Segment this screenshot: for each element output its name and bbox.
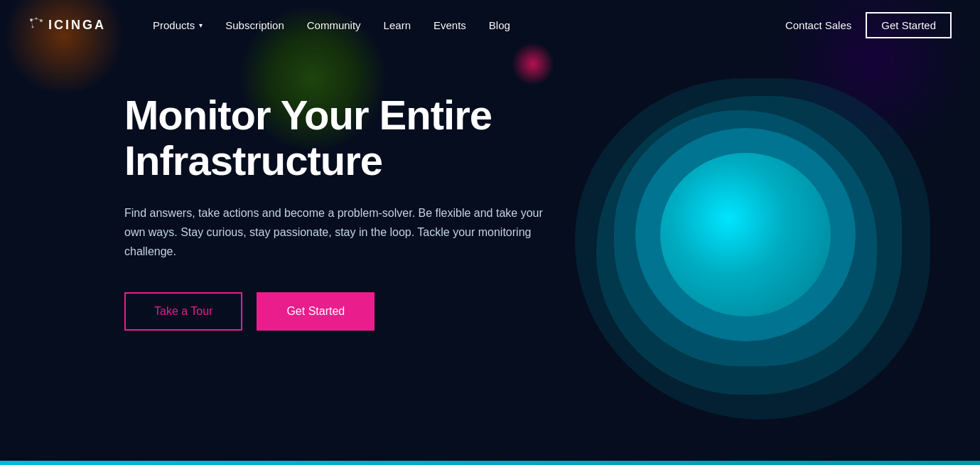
chevron-down-icon: ▾ bbox=[199, 21, 203, 29]
nav-item-community[interactable]: Community bbox=[296, 14, 372, 37]
nav-link-subscription[interactable]: Subscription bbox=[214, 14, 296, 37]
nav-item-blog[interactable]: Blog bbox=[478, 14, 522, 37]
nav-link-community[interactable]: Community bbox=[296, 14, 372, 37]
circle-layer-1 bbox=[575, 78, 930, 419]
nav-links: Products ▾ Subscription Community Learn … bbox=[141, 14, 785, 37]
hero-buttons: Take a Tour Get Started bbox=[124, 292, 569, 331]
circle-layer-4 bbox=[635, 128, 856, 341]
take-a-tour-button[interactable]: Take a Tour bbox=[124, 292, 242, 331]
nav-item-products[interactable]: Products ▾ bbox=[141, 14, 214, 37]
get-started-nav-button[interactable]: Get Started bbox=[866, 12, 952, 38]
nav-link-products[interactable]: Products ▾ bbox=[141, 14, 214, 37]
circle-layer-3 bbox=[614, 110, 877, 366]
nav-item-subscription[interactable]: Subscription bbox=[214, 14, 296, 37]
nav-link-learn[interactable]: Learn bbox=[372, 14, 422, 37]
get-started-hero-button[interactable]: Get Started bbox=[257, 292, 375, 331]
hero-title: Monitor Your Entire Infrastructure bbox=[124, 92, 569, 183]
circle-layer-2 bbox=[596, 96, 902, 395]
logo-icon bbox=[28, 17, 44, 33]
contact-sales-link[interactable]: Contact Sales bbox=[785, 19, 851, 31]
hero-illustration bbox=[568, 57, 937, 448]
logo-text: ICINGA bbox=[48, 18, 106, 33]
hero-subtitle: Find answers, take actions and become a … bbox=[124, 203, 565, 262]
nav-link-blog[interactable]: Blog bbox=[478, 14, 522, 37]
hero-section: Monitor Your Entire Infrastructure Find … bbox=[0, 50, 569, 331]
nav-link-events[interactable]: Events bbox=[422, 14, 478, 37]
main-nav: ICINGA Products ▾ Subscription Community… bbox=[0, 0, 980, 50]
circle-layer-inner bbox=[660, 153, 831, 316]
bottom-bar bbox=[0, 461, 980, 465]
logo[interactable]: ICINGA bbox=[28, 17, 106, 33]
nav-right: Contact Sales Get Started bbox=[785, 12, 952, 38]
nav-item-events[interactable]: Events bbox=[422, 14, 478, 37]
nav-item-learn[interactable]: Learn bbox=[372, 14, 422, 37]
